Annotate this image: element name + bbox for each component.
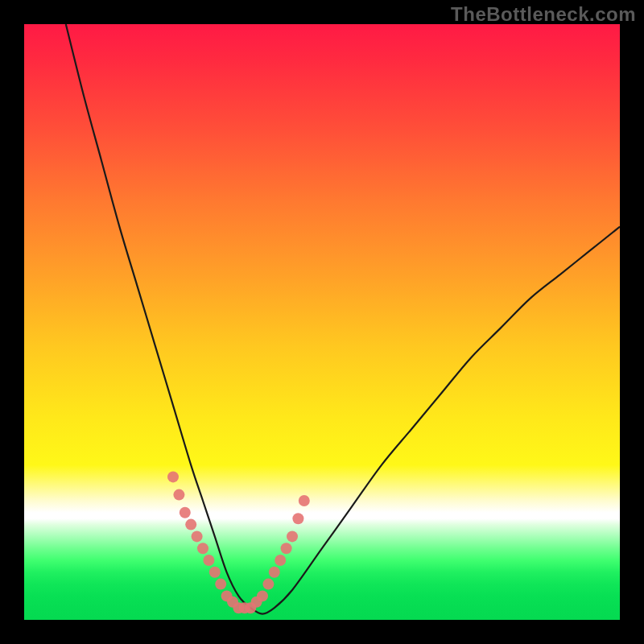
bottleneck-curve [66,24,620,614]
marker-dot [203,555,214,566]
marker-dot [299,495,310,506]
curve-svg-layer [24,24,620,620]
marker-dot [287,530,298,542]
marker-dot [257,590,268,601]
marker-dot [197,543,208,554]
watermark-text: TheBottleneck.com [451,3,636,26]
marker-dot [281,543,292,554]
bottleneck-curve-path [66,24,620,614]
chart-frame: TheBottleneck.com [0,0,644,644]
marker-dot [173,489,184,501]
marker-dots-group [167,471,310,613]
marker-dot [209,567,221,578]
marker-dot [275,555,286,566]
marker-dot [292,513,303,524]
marker-dot [185,519,196,530]
marker-dot [192,530,203,542]
marker-dot [167,471,179,482]
marker-dot [180,507,191,518]
marker-dot [215,579,226,590]
marker-dot [269,567,280,578]
plot-area [24,24,620,620]
marker-dot [262,579,274,590]
